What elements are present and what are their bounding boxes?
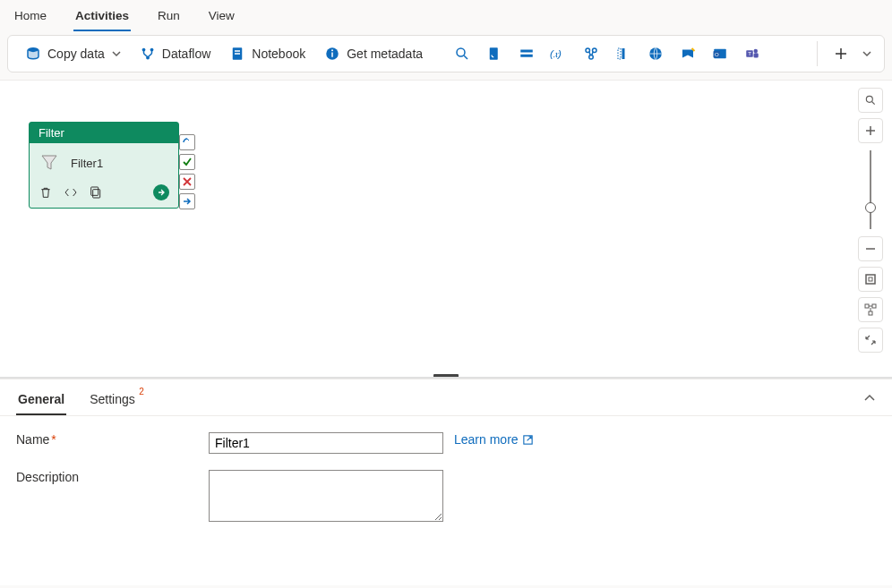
tab-view[interactable]: View bbox=[207, 5, 236, 31]
port-on-success[interactable] bbox=[179, 154, 195, 170]
svg-point-0 bbox=[28, 47, 39, 52]
lookup-icon[interactable] bbox=[448, 41, 476, 66]
filter-icon bbox=[39, 152, 60, 174]
tab-activities[interactable]: Activities bbox=[73, 5, 131, 31]
database-icon bbox=[24, 45, 42, 63]
copy-data-label: Copy data bbox=[47, 47, 105, 61]
svg-rect-18 bbox=[622, 48, 625, 59]
pipeline-canvas[interactable]: Filter Filter1 bbox=[0, 80, 892, 379]
svg-point-30 bbox=[866, 96, 872, 102]
dataflow-label: Dataflow bbox=[162, 47, 210, 61]
svg-rect-12 bbox=[520, 50, 533, 53]
svg-text:O: O bbox=[715, 52, 719, 57]
copy-data-button[interactable]: Copy data bbox=[17, 41, 128, 66]
properties-panel: General Settings 2 Name* Learn more Desc… bbox=[0, 379, 892, 585]
tab-home[interactable]: Home bbox=[13, 5, 48, 31]
run-activity-icon[interactable] bbox=[153, 184, 169, 200]
dataflow-button[interactable]: Dataflow bbox=[132, 41, 218, 66]
teams-icon[interactable]: T bbox=[738, 41, 767, 66]
svg-text:T: T bbox=[748, 51, 751, 56]
notebook-button[interactable]: Notebook bbox=[221, 41, 313, 66]
svg-point-10 bbox=[457, 48, 465, 56]
web-icon[interactable] bbox=[641, 41, 670, 66]
chevron-down-icon[interactable] bbox=[859, 46, 875, 62]
activity-filter-card[interactable]: Filter Filter1 bbox=[29, 122, 179, 209]
port-on-skip[interactable] bbox=[179, 134, 195, 150]
zoom-out-icon[interactable] bbox=[858, 236, 883, 261]
delete-icon[interactable] bbox=[39, 185, 53, 200]
svg-point-17 bbox=[589, 55, 594, 60]
variable-icon[interactable]: (𝑥) bbox=[545, 41, 573, 66]
branch-icon bbox=[139, 45, 157, 63]
panel-tab-settings-label: Settings bbox=[90, 392, 135, 406]
notebook-label: Notebook bbox=[252, 47, 305, 61]
chevron-down-icon bbox=[112, 49, 121, 58]
add-activity-button[interactable] bbox=[827, 41, 855, 66]
clone-icon[interactable] bbox=[89, 185, 103, 200]
panel-tab-general[interactable]: General bbox=[16, 388, 66, 415]
ribbon-tabs: Home Activities Run View bbox=[0, 0, 892, 31]
append-icon[interactable] bbox=[609, 41, 638, 66]
zoom-slider[interactable] bbox=[870, 150, 871, 229]
get-metadata-label: Get metadata bbox=[347, 47, 423, 61]
activity-name-label: Filter1 bbox=[71, 157, 103, 170]
svg-rect-27 bbox=[754, 53, 759, 57]
svg-rect-35 bbox=[869, 311, 872, 315]
webhook-icon[interactable] bbox=[673, 41, 702, 66]
svg-rect-6 bbox=[235, 53, 240, 55]
panel-drag-handle[interactable] bbox=[433, 374, 459, 378]
svg-rect-33 bbox=[865, 304, 869, 308]
svg-point-9 bbox=[331, 49, 333, 51]
svg-rect-19 bbox=[618, 48, 621, 59]
fullscreen-collapse-icon[interactable] bbox=[858, 328, 883, 353]
switch-icon[interactable] bbox=[577, 41, 605, 66]
svg-rect-31 bbox=[866, 275, 875, 284]
collapse-panel-icon[interactable] bbox=[863, 392, 876, 405]
svg-text:(𝑥): (𝑥) bbox=[550, 47, 562, 59]
description-label: Description bbox=[16, 470, 209, 484]
svg-rect-8 bbox=[331, 53, 333, 57]
zoom-fit-icon[interactable] bbox=[858, 267, 883, 292]
activity-type-label: Filter bbox=[30, 123, 178, 143]
zoom-slider-thumb[interactable] bbox=[865, 202, 876, 213]
external-link-icon bbox=[522, 434, 534, 446]
svg-rect-29 bbox=[91, 187, 99, 195]
outlook-icon[interactable]: O bbox=[706, 41, 734, 66]
name-label: Name* bbox=[16, 432, 209, 447]
description-input[interactable] bbox=[209, 470, 443, 522]
zoom-in-icon[interactable] bbox=[858, 118, 883, 143]
svg-rect-5 bbox=[235, 50, 240, 52]
name-input[interactable] bbox=[209, 432, 443, 454]
port-on-completion[interactable] bbox=[179, 193, 195, 209]
stored-procedure-icon[interactable] bbox=[512, 41, 541, 66]
learn-more-link[interactable]: Learn more bbox=[454, 432, 534, 447]
info-icon bbox=[323, 45, 341, 63]
code-icon[interactable] bbox=[64, 185, 78, 200]
tab-run[interactable]: Run bbox=[156, 5, 182, 31]
activities-toolbar: Copy data Dataflow Notebook Get metadata bbox=[7, 35, 885, 72]
svg-rect-34 bbox=[872, 304, 876, 308]
canvas-toolbar bbox=[858, 88, 883, 353]
svg-point-26 bbox=[754, 49, 759, 54]
toolbar-divider bbox=[817, 41, 818, 66]
svg-point-1 bbox=[142, 48, 145, 52]
svg-rect-13 bbox=[520, 55, 533, 57]
notebook-icon bbox=[228, 45, 246, 63]
learn-more-label: Learn more bbox=[454, 432, 519, 447]
settings-badge: 2 bbox=[139, 387, 144, 396]
svg-point-2 bbox=[150, 48, 153, 52]
svg-rect-28 bbox=[93, 190, 100, 198]
svg-rect-32 bbox=[869, 277, 872, 281]
activity-ports bbox=[179, 134, 195, 209]
script-icon[interactable] bbox=[480, 41, 509, 66]
panel-tab-settings[interactable]: Settings 2 bbox=[88, 388, 137, 415]
get-metadata-button[interactable]: Get metadata bbox=[316, 41, 430, 66]
auto-align-icon[interactable] bbox=[858, 297, 883, 322]
port-on-fail[interactable] bbox=[179, 174, 195, 190]
find-icon[interactable] bbox=[858, 88, 883, 113]
svg-rect-11 bbox=[490, 47, 498, 60]
